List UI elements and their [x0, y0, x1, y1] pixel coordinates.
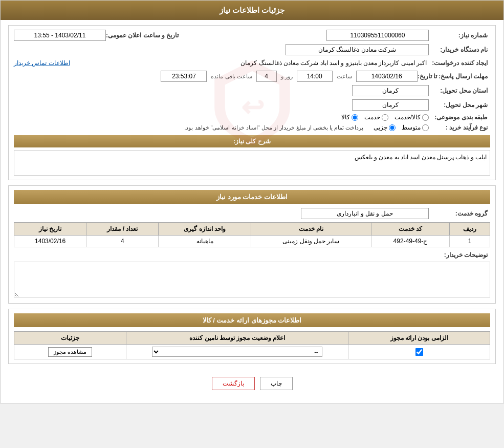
license-table: الزامی بودن ارائه مجوز اعلام وضعیت مجوز … [14, 331, 490, 359]
service-group-row: گروه خدمت: حمل و نقل و انبارداری [14, 208, 490, 219]
purchase-type-radio-group: متوسط جزیی [374, 124, 429, 131]
category-row: طبقه بندی موضوعی: کالا/خدمت خدمت کالا [14, 114, 490, 121]
deadline-time-label: ساعت [337, 73, 352, 80]
view-license-button[interactable]: مشاهده مجوز [48, 347, 92, 357]
announcement-value: 1403/02/11 - 13:55 [14, 30, 106, 41]
deadline-remaining-label: ساعت باقی مانده [211, 73, 252, 80]
bottom-buttons: چاپ بازگشت [8, 369, 496, 398]
requester-label: ایجاد کننده درخواست: [429, 59, 490, 67]
description-box: ایلب و ذهاب پرسنل معدن اسد اباد به معدن … [14, 150, 490, 176]
col-qty: تعداد / مقدار [86, 223, 159, 236]
purchase-type-label: نوع فرآیند خرید : [429, 124, 490, 131]
deadline-time: 14:00 [297, 71, 333, 82]
category-kala-khedmat-label: کالا/خدمت [395, 114, 421, 121]
province-row: استان محل تحویل: کرمان [14, 85, 490, 96]
services-section-title: اطلاعات خدمات مورد نیاز [14, 190, 490, 204]
deadline-remaining: 23:53:07 [161, 71, 207, 82]
purchase-type-row: نوع فرآیند خرید : متوسط جزیی پرداخت تمام… [14, 124, 490, 131]
requester-value: اکبر امینی کاربرداز معدن بابنیزو و اسد ا… [75, 58, 429, 68]
announcement-label: تاریخ و ساعت اعلان عمومی: [106, 32, 181, 39]
license-col-required: الزامی بودن ارائه مجوز [348, 332, 490, 345]
city-label: شهر محل تحویل: [429, 101, 490, 109]
deadline-days-label: روز و [281, 73, 293, 80]
service-group-value: حمل و نقل و انبارداری [301, 208, 429, 219]
category-kala-option[interactable]: کالا [341, 114, 358, 121]
province-value: کرمان [352, 85, 429, 96]
need-number-label: شماره نیاز: [429, 32, 490, 39]
print-button[interactable]: چاپ [260, 377, 293, 390]
main-info-section: ↩ شماره نیاز: 1103095511000060 تاریخ و س… [8, 25, 496, 180]
requester-contact-link[interactable]: اطلاعات تماس خریدار [14, 59, 70, 67]
services-section: اطلاعات خدمات مورد نیاز گروه خدمت: حمل و… [8, 185, 496, 304]
purchase-motavaset-label: متوسط [402, 124, 421, 131]
purchase-jozi-option[interactable]: جزیی [374, 124, 396, 131]
category-kala-label: کالا [341, 114, 350, 121]
buyer-notes-textarea[interactable] [14, 262, 490, 297]
need-number-value: 1103095511000060 [326, 30, 429, 41]
buyer-notes-section: توضیحات خریدار: [14, 251, 490, 299]
back-button[interactable]: بازگشت [212, 377, 255, 390]
license-col-details: جزئیات [14, 332, 126, 345]
province-label: استان محل تحویل: [429, 87, 490, 94]
purchase-type-notice: پرداخت تمام یا بخشی از مبلغ خریدار از مح… [14, 124, 363, 131]
table-row: -- مشاهده مجوز [14, 345, 490, 359]
category-kala-radio[interactable] [352, 114, 358, 121]
col-unit: واحد اندازه گیری [159, 223, 251, 236]
category-radio-group: کالا/خدمت خدمت کالا [341, 114, 429, 121]
buyer-org-label: نام دستگاه خریدار: [429, 46, 490, 53]
description-value: ایلب و ذهاب پرسنل معدن اسد اباد به معدن … [14, 150, 490, 176]
col-row: ردیف [450, 223, 490, 236]
service-group-label: گروه خدمت: [429, 210, 490, 217]
license-col-status: اعلام وضعیت مجوز توسط نامین کننده [126, 332, 348, 345]
category-khedmat-radio[interactable] [382, 114, 388, 121]
category-kala-khedmat-option[interactable]: کالا/خدمت [395, 114, 429, 121]
category-khedmat-option[interactable]: خدمت [364, 114, 388, 121]
deadline-date: 1403/02/16 [356, 71, 418, 82]
category-kala-khedmat-radio[interactable] [422, 114, 429, 121]
buyer-notes-label: توضیحات خریدار: [429, 251, 490, 259]
deadline-row: مهلت ارسال پاسخ: تا تاریخ: 1403/02/16 سا… [14, 71, 490, 82]
deadline-datetime: 1403/02/16 ساعت 14:00 روز و 4 ساعت باقی … [161, 71, 417, 82]
purchase-jozi-radio[interactable] [389, 124, 396, 131]
license-required-checkbox[interactable] [415, 348, 423, 356]
buyer-org-value: شرکت معادن ذغالسنگ کرمان [286, 44, 429, 55]
license-section-title: اطلاعات مجوزهای ارائه خدمت / کالا [14, 313, 490, 327]
license-section: اطلاعات مجوزهای ارائه خدمت / کالا الزامی… [8, 309, 496, 364]
content-area: ↩ شماره نیاز: 1103095511000060 تاریخ و س… [1, 20, 503, 403]
announcement-row: شماره نیاز: 1103095511000060 تاریخ و ساع… [14, 30, 490, 41]
buyer-notes-row: توضیحات خریدار: [14, 251, 490, 259]
buyer-org-row: نام دستگاه خریدار: شرکت معادن ذغالسنگ کر… [14, 44, 490, 55]
title-text: جزئیات اطلاعات نیاز [220, 6, 284, 14]
col-code: کد خدمت [371, 223, 449, 236]
page-wrapper: جزئیات اطلاعات نیاز ↩ شماره نیاز: 110309… [0, 0, 504, 403]
license-status-select[interactable]: -- [152, 347, 322, 357]
purchase-jozi-label: جزیی [374, 124, 387, 131]
deadline-days: 4 [256, 71, 277, 82]
services-table: ردیف کد خدمت نام خدمت واحد اندازه گیری ت… [14, 222, 490, 247]
description-section-title: شرح کلی نیاز: [14, 135, 490, 147]
requester-row: ایجاد کننده درخواست: اکبر امینی کاربرداز… [14, 58, 490, 68]
col-date: تاریخ نیاز [14, 223, 86, 236]
city-row: شهر محل تحویل: کرمان [14, 99, 490, 111]
purchase-motavaset-radio[interactable] [422, 124, 429, 131]
deadline-label: مهلت ارسال پاسخ: تا تاریخ: [418, 73, 490, 80]
col-name: نام خدمت [251, 223, 371, 236]
table-row: 1 ح-49-49-492 سایر حمل ونقل زمینی ماهیان… [14, 236, 490, 247]
page-title: جزئیات اطلاعات نیاز [1, 1, 503, 20]
category-label: طبقه بندی موضوعی: [429, 114, 490, 121]
purchase-motavaset-option[interactable]: متوسط [402, 124, 429, 131]
category-khedmat-label: خدمت [364, 114, 380, 121]
city-value: کرمان [352, 99, 429, 111]
